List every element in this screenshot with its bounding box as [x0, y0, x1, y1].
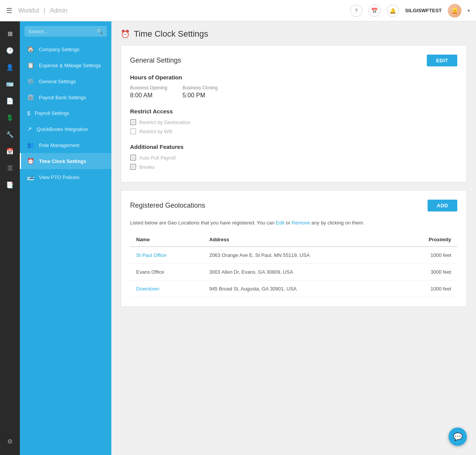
- icon-sidebar-item-settings[interactable]: ⚙: [2, 434, 18, 449]
- geolocations-title: Registered Geolocations: [130, 202, 205, 210]
- role-icon: 👥: [27, 142, 34, 148]
- geo-row-0-name[interactable]: St Paul Office: [130, 247, 203, 264]
- auto-pull-payroll-row: ✓ Auto Pull Payroll: [130, 155, 457, 161]
- hours-of-operation-section: Hours of Operation Business Opening 8:00…: [130, 74, 457, 99]
- hamburger-icon[interactable]: ☰: [6, 6, 12, 15]
- edit-link[interactable]: Edit: [276, 220, 284, 226]
- icon-sidebar: ⊞ 🕐 👤 🪪 📄 💲 🔧 📅 ☰ 📑 ⚙: [0, 21, 20, 455]
- top-nav-left: ☰ Workful | Admin: [6, 6, 69, 15]
- table-row: Downtown 945 Broad St, Augusta, GA 30901…: [130, 280, 457, 297]
- sidebar-item-role-management[interactable]: 👥 Role Management: [20, 137, 111, 153]
- expense-icon: 📋: [27, 62, 34, 69]
- general-settings-card: General Settings EDIT Hours of Operation…: [121, 45, 467, 182]
- help-icon-button[interactable]: ?: [350, 5, 362, 17]
- sidebar-item-label-quickbooks: QuickBooks Integration: [37, 126, 88, 132]
- app-name: Workful: [18, 7, 39, 14]
- search-input[interactable]: [28, 29, 93, 34]
- check-mark: ✓: [132, 120, 135, 125]
- page-title: Time Clock Settings: [134, 29, 208, 39]
- restrict-wifi-label: Restrict by Wifi: [139, 129, 172, 134]
- opening-label: Business Opening: [130, 85, 167, 90]
- general-settings-header: General Settings EDIT: [130, 55, 457, 66]
- auto-pull-payroll-label: Auto Pull Payroll: [139, 155, 175, 161]
- restrict-geolocation-label: Restrict by Geolocation: [139, 119, 190, 125]
- auto-pull-payroll-checkbox[interactable]: ✓: [130, 155, 136, 161]
- sidebar-item-view-pto[interactable]: 🎿 View PTO Policies: [20, 169, 111, 185]
- icon-sidebar-item-doc[interactable]: 📄: [2, 93, 18, 108]
- restrict-title: Restrict Access: [130, 108, 457, 115]
- remove-link[interactable]: Remove: [292, 220, 310, 226]
- chat-bubble[interactable]: 💬: [449, 428, 467, 446]
- business-closing: Business Closing 5:00 PM: [182, 85, 217, 99]
- edit-button[interactable]: EDIT: [427, 55, 457, 66]
- col-header-proximity: Proximity: [397, 233, 457, 247]
- sidebar-item-expense-mileage[interactable]: 📋 Expense & Mileage Settings: [20, 57, 111, 73]
- general-settings-title: General Settings: [130, 56, 181, 65]
- add-button[interactable]: ADD: [428, 200, 457, 211]
- title-separator: |: [43, 7, 45, 14]
- chevron-down-icon[interactable]: ▾: [468, 8, 470, 13]
- pto-icon: 🎿: [27, 174, 34, 181]
- app-section: Admin: [50, 7, 67, 14]
- geo-table-body: St Paul Office 2063 Orange Ave E, St Pau…: [130, 247, 457, 297]
- additional-features-title: Additional Features: [130, 144, 457, 150]
- sidebar-item-payroll-bank[interactable]: 🏛️ Payroll Bank Settings: [20, 89, 111, 105]
- geo-row-2-name[interactable]: Downtown: [130, 280, 203, 297]
- sidebar-item-payroll-settings[interactable]: $ Payroll Settings: [20, 105, 111, 121]
- gear-icon: ⚙️: [27, 78, 34, 85]
- body-layout: ⊞ 🕐 👤 🪪 📄 💲 🔧 📅 ☰ 📑 ⚙ 🔍 🏠 Company Settin…: [0, 21, 476, 455]
- closing-label: Business Closing: [182, 85, 217, 90]
- additional-features-section: Additional Features ✓ Auto Pull Payroll …: [130, 144, 457, 170]
- table-row: St Paul Office 2063 Orange Ave E, St Pau…: [130, 247, 457, 264]
- geo-table-header-row: Name Address Proximity: [130, 233, 457, 247]
- notification-icon-button[interactable]: 🔔: [387, 5, 399, 17]
- geo-row-2-address: 945 Broad St, Augusta, GA 30901, USA: [203, 280, 397, 297]
- sidebar-item-quickbooks[interactable]: ↗ QuickBooks Integration: [20, 121, 111, 137]
- geo-row-2-proximity: 1000 feet: [397, 280, 457, 297]
- geo-row-1-address: 3003 Allen Dr, Evans, GA 30809, USA: [203, 263, 397, 280]
- sidebar-item-label-payroll: Payroll Settings: [35, 110, 69, 116]
- bank-icon: 🏛️: [27, 94, 34, 101]
- sidebar-item-time-clock[interactable]: ⏰ Time Clock Settings: [20, 153, 111, 169]
- icon-sidebar-item-id[interactable]: 🪪: [2, 76, 18, 92]
- app-title: Workful | Admin: [17, 7, 69, 14]
- geo-table-head: Name Address Proximity: [130, 233, 457, 247]
- icon-sidebar-item-dollar[interactable]: 💲: [2, 110, 18, 125]
- breaks-checkbox[interactable]: ✓: [130, 164, 136, 170]
- icon-sidebar-item-file[interactable]: 📑: [2, 177, 18, 192]
- clock-icon: ⏰: [27, 158, 34, 165]
- geo-row-1-name: Evans Office: [130, 263, 203, 280]
- icon-sidebar-item-grid[interactable]: ⊞: [2, 26, 18, 41]
- restrict-access-section: Restrict Access ✓ Restrict by Geolocatio…: [130, 108, 457, 134]
- icon-sidebar-item-list[interactable]: ☰: [2, 160, 18, 176]
- sidebar-item-label-time-clock: Time Clock Settings: [39, 158, 86, 164]
- calendar-icon-button[interactable]: 📅: [368, 5, 381, 17]
- table-row: Evans Office 3003 Allen Dr, Evans, GA 30…: [130, 263, 457, 280]
- icon-sidebar-item-calendar[interactable]: 📅: [2, 144, 18, 159]
- icon-sidebar-item-clock[interactable]: 🕐: [2, 43, 18, 58]
- opening-value: 8:00 AM: [130, 92, 167, 99]
- quickbooks-icon: ↗: [27, 126, 32, 132]
- restrict-wifi-checkbox[interactable]: [130, 128, 136, 134]
- geo-table: Name Address Proximity St Paul Office 20…: [130, 233, 457, 297]
- page-title-icon: ⏰: [121, 29, 130, 39]
- business-opening: Business Opening 8:00 AM: [130, 85, 167, 99]
- hours-grid: Business Opening 8:00 AM Business Closin…: [130, 85, 457, 99]
- restrict-wifi-row: Restrict by Wifi: [130, 128, 457, 134]
- col-header-name: Name: [130, 233, 203, 247]
- home-icon: 🏠: [27, 46, 34, 53]
- sidebar-item-general-settings[interactable]: ⚙️ General Settings: [20, 73, 111, 89]
- icon-sidebar-item-people[interactable]: 👤: [2, 60, 18, 75]
- restrict-geolocation-checkbox[interactable]: ✓: [130, 119, 136, 125]
- geo-description: Listed below are Geo Locations that you …: [130, 219, 457, 227]
- geo-row-1-proximity: 3000 feet: [397, 263, 457, 280]
- search-icon[interactable]: 🔍: [96, 28, 103, 34]
- icon-sidebar-item-tool[interactable]: 🔧: [2, 127, 18, 142]
- breaks-row: ✓ Breaks: [130, 164, 457, 170]
- hours-title: Hours of Operation: [130, 74, 457, 81]
- sidebar-item-label-company: Company Settings: [39, 47, 79, 52]
- registered-geolocations-card: Registered Geolocations ADD Listed below…: [121, 190, 467, 307]
- geolocations-header: Registered Geolocations ADD: [130, 200, 457, 211]
- sidebar-item-label-general: General Settings: [39, 79, 76, 84]
- sidebar-item-company-settings[interactable]: 🏠 Company Settings: [20, 41, 111, 57]
